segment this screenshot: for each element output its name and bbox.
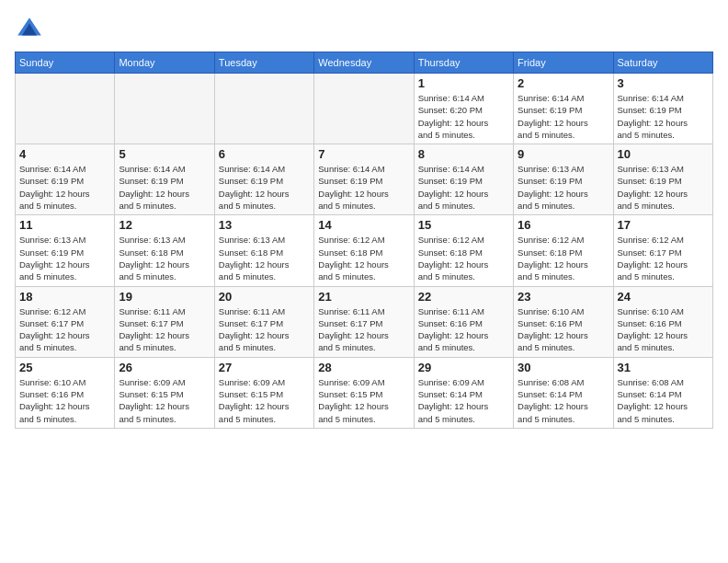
day-number: 26 [119,361,210,374]
day-detail: Sunrise: 6:13 AM Sunset: 6:18 PM Dayligh… [119,234,210,282]
calendar-day-cell: 9Sunrise: 6:13 AM Sunset: 6:19 PM Daylig… [514,144,613,215]
day-detail: Sunrise: 6:14 AM Sunset: 6:19 PM Dayligh… [219,163,310,212]
calendar-day-cell: 12Sunrise: 6:13 AM Sunset: 6:18 PM Dayli… [115,215,214,286]
calendar-day-cell: 20Sunrise: 6:11 AM Sunset: 6:17 PM Dayli… [214,286,313,357]
logo[interactable] [15,15,48,44]
day-detail: Sunrise: 6:10 AM Sunset: 6:16 PM Dayligh… [518,305,609,354]
weekday-header-thursday: Thursday [414,52,513,74]
calendar-day-cell: 13Sunrise: 6:13 AM Sunset: 6:18 PM Dayli… [214,215,313,286]
day-number: 17 [618,218,709,232]
calendar-day-cell: 30Sunrise: 6:08 AM Sunset: 6:14 PM Dayli… [514,357,613,428]
calendar-empty-cell [16,74,115,144]
day-detail: Sunrise: 6:09 AM Sunset: 6:14 PM Dayligh… [418,376,509,425]
calendar-day-cell: 25Sunrise: 6:10 AM Sunset: 6:16 PM Dayli… [16,357,115,428]
day-detail: Sunrise: 6:13 AM Sunset: 6:19 PM Dayligh… [518,163,609,212]
weekday-header-tuesday: Tuesday [214,52,313,74]
day-detail: Sunrise: 6:12 AM Sunset: 6:18 PM Dayligh… [518,234,609,282]
calendar-day-cell: 1Sunrise: 6:14 AM Sunset: 6:20 PM Daylig… [414,74,513,144]
day-number: 21 [318,290,409,304]
calendar-day-cell: 16Sunrise: 6:12 AM Sunset: 6:18 PM Dayli… [514,215,613,286]
calendar-day-cell: 2Sunrise: 6:14 AM Sunset: 6:19 PM Daylig… [514,74,613,144]
day-detail: Sunrise: 6:13 AM Sunset: 6:19 PM Dayligh… [618,163,709,212]
calendar-day-cell: 17Sunrise: 6:12 AM Sunset: 6:17 PM Dayli… [613,215,712,286]
day-detail: Sunrise: 6:14 AM Sunset: 6:19 PM Dayligh… [119,163,210,212]
day-number: 30 [518,361,609,374]
day-detail: Sunrise: 6:14 AM Sunset: 6:19 PM Dayligh… [318,163,409,212]
calendar-day-cell: 28Sunrise: 6:09 AM Sunset: 6:15 PM Dayli… [314,357,414,428]
calendar-day-cell: 10Sunrise: 6:13 AM Sunset: 6:19 PM Dayli… [613,144,712,215]
day-number: 7 [318,147,409,161]
day-number: 1 [418,76,509,90]
day-number: 28 [318,361,409,374]
day-number: 8 [418,147,509,161]
day-detail: Sunrise: 6:14 AM Sunset: 6:19 PM Dayligh… [19,163,110,212]
weekday-header-friday: Friday [514,52,613,74]
weekday-header-wednesday: Wednesday [314,52,414,74]
day-number: 2 [518,76,609,90]
weekday-header-monday: Monday [115,52,214,74]
calendar-day-cell: 3Sunrise: 6:14 AM Sunset: 6:19 PM Daylig… [613,74,712,144]
calendar-day-cell: 7Sunrise: 6:14 AM Sunset: 6:19 PM Daylig… [314,144,414,215]
day-detail: Sunrise: 6:14 AM Sunset: 6:20 PM Dayligh… [418,92,509,141]
calendar-table: SundayMondayTuesdayWednesdayThursdayFrid… [15,52,713,429]
calendar-header-row: SundayMondayTuesdayWednesdayThursdayFrid… [16,52,713,74]
day-number: 31 [618,361,709,374]
day-number: 16 [518,218,609,232]
day-number: 23 [518,290,609,304]
day-number: 19 [119,290,210,304]
day-detail: Sunrise: 6:09 AM Sunset: 6:15 PM Dayligh… [119,376,210,425]
day-detail: Sunrise: 6:11 AM Sunset: 6:17 PM Dayligh… [318,305,409,354]
day-detail: Sunrise: 6:13 AM Sunset: 6:19 PM Dayligh… [19,234,110,282]
day-detail: Sunrise: 6:11 AM Sunset: 6:17 PM Dayligh… [119,305,210,354]
day-number: 12 [119,218,210,232]
calendar-week-row: 11Sunrise: 6:13 AM Sunset: 6:19 PM Dayli… [16,215,713,286]
calendar-day-cell: 23Sunrise: 6:10 AM Sunset: 6:16 PM Dayli… [514,286,613,357]
day-detail: Sunrise: 6:10 AM Sunset: 6:16 PM Dayligh… [19,376,110,425]
day-number: 6 [219,147,310,161]
day-detail: Sunrise: 6:12 AM Sunset: 6:17 PM Dayligh… [618,234,709,282]
day-detail: Sunrise: 6:08 AM Sunset: 6:14 PM Dayligh… [518,376,609,425]
calendar-day-cell: 19Sunrise: 6:11 AM Sunset: 6:17 PM Dayli… [115,286,214,357]
calendar-day-cell: 22Sunrise: 6:11 AM Sunset: 6:16 PM Dayli… [414,286,513,357]
day-detail: Sunrise: 6:14 AM Sunset: 6:19 PM Dayligh… [418,163,509,212]
day-detail: Sunrise: 6:11 AM Sunset: 6:16 PM Dayligh… [418,305,509,354]
day-number: 29 [418,361,509,374]
calendar-empty-cell [115,74,214,144]
calendar-empty-cell [314,74,414,144]
page-header [15,15,713,44]
day-detail: Sunrise: 6:11 AM Sunset: 6:17 PM Dayligh… [219,305,310,354]
calendar-week-row: 4Sunrise: 6:14 AM Sunset: 6:19 PM Daylig… [16,144,713,215]
day-detail: Sunrise: 6:12 AM Sunset: 6:17 PM Dayligh… [19,305,110,354]
day-number: 13 [219,218,310,232]
day-detail: Sunrise: 6:08 AM Sunset: 6:14 PM Dayligh… [618,376,709,425]
day-number: 14 [318,218,409,232]
day-number: 25 [19,361,110,374]
day-detail: Sunrise: 6:10 AM Sunset: 6:16 PM Dayligh… [618,305,709,354]
day-detail: Sunrise: 6:12 AM Sunset: 6:18 PM Dayligh… [418,234,509,282]
calendar-day-cell: 5Sunrise: 6:14 AM Sunset: 6:19 PM Daylig… [115,144,214,215]
day-number: 11 [19,218,110,232]
calendar-day-cell: 4Sunrise: 6:14 AM Sunset: 6:19 PM Daylig… [16,144,115,215]
day-detail: Sunrise: 6:12 AM Sunset: 6:18 PM Dayligh… [318,234,409,282]
weekday-header-saturday: Saturday [613,52,712,74]
calendar-empty-cell [214,74,313,144]
calendar-week-row: 1Sunrise: 6:14 AM Sunset: 6:20 PM Daylig… [16,74,713,144]
day-detail: Sunrise: 6:14 AM Sunset: 6:19 PM Dayligh… [618,92,709,141]
calendar-week-row: 25Sunrise: 6:10 AM Sunset: 6:16 PM Dayli… [16,357,713,428]
calendar-week-row: 18Sunrise: 6:12 AM Sunset: 6:17 PM Dayli… [16,286,713,357]
calendar-day-cell: 11Sunrise: 6:13 AM Sunset: 6:19 PM Dayli… [16,215,115,286]
day-detail: Sunrise: 6:14 AM Sunset: 6:19 PM Dayligh… [518,92,609,141]
day-number: 15 [418,218,509,232]
calendar-day-cell: 21Sunrise: 6:11 AM Sunset: 6:17 PM Dayli… [314,286,414,357]
day-number: 22 [418,290,509,304]
day-number: 20 [219,290,310,304]
day-detail: Sunrise: 6:13 AM Sunset: 6:18 PM Dayligh… [219,234,310,282]
day-number: 10 [618,147,709,161]
calendar-day-cell: 26Sunrise: 6:09 AM Sunset: 6:15 PM Dayli… [115,357,214,428]
day-number: 27 [219,361,310,374]
day-number: 24 [618,290,709,304]
calendar-day-cell: 15Sunrise: 6:12 AM Sunset: 6:18 PM Dayli… [414,215,513,286]
calendar-day-cell: 24Sunrise: 6:10 AM Sunset: 6:16 PM Dayli… [613,286,712,357]
weekday-header-sunday: Sunday [16,52,115,74]
calendar-day-cell: 6Sunrise: 6:14 AM Sunset: 6:19 PM Daylig… [214,144,313,215]
